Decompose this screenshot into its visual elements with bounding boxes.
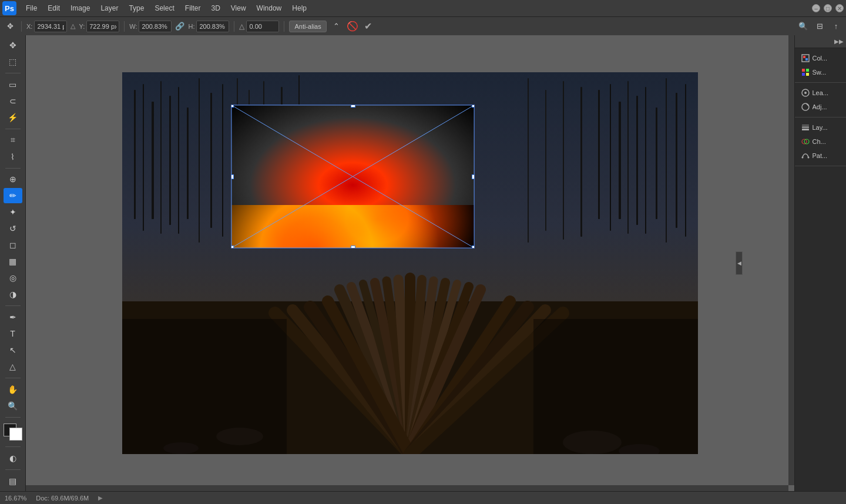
link-wh-icon[interactable]: 🔗 xyxy=(175,22,184,31)
delta-x-icon: △ xyxy=(70,22,75,30)
close-button[interactable]: ✕ xyxy=(835,4,844,12)
panel-colors[interactable]: Col... xyxy=(797,52,844,65)
handle-bot-right[interactable] xyxy=(472,246,475,248)
status-arrow[interactable]: ▶ xyxy=(98,495,103,501)
options-separator-1 xyxy=(21,21,22,32)
cancel-transform-button[interactable]: 🚫 xyxy=(347,21,358,32)
menu-help[interactable]: Help xyxy=(287,2,311,14)
tool-blur[interactable]: ◎ xyxy=(4,270,22,285)
x-input[interactable] xyxy=(34,21,67,32)
search-icon[interactable]: 🔍 xyxy=(797,20,810,33)
handle-bot-left[interactable] xyxy=(231,246,234,248)
doc-size: Doc: 69.6M/69.6M xyxy=(36,495,89,502)
expand-panel-button[interactable]: ▶▶ xyxy=(834,38,844,45)
tool-move[interactable]: ✥ xyxy=(4,38,22,53)
panel-channels[interactable]: Ch... xyxy=(797,135,844,148)
tool-path-select[interactable]: ↖ xyxy=(4,342,22,358)
panel-swatches[interactable]: Sw... xyxy=(797,66,844,79)
y-label: Y: xyxy=(79,23,85,30)
y-input[interactable] xyxy=(86,21,119,32)
tool-eraser[interactable]: ◻ xyxy=(4,237,22,253)
maximize-button[interactable]: □ xyxy=(824,4,832,12)
toolbar-sep-2 xyxy=(5,129,21,129)
menu-file[interactable]: File xyxy=(21,2,42,14)
fg-bg-colors[interactable] xyxy=(4,424,22,441)
menu-image[interactable]: Image xyxy=(66,2,95,14)
tool-hand[interactable]: ✋ xyxy=(4,382,22,397)
handle-bot-center[interactable] xyxy=(351,246,355,248)
tool-crop[interactable]: ⌗ xyxy=(4,133,22,148)
tool-screen-mode[interactable]: ▤ xyxy=(4,473,22,489)
handle-top-center[interactable] xyxy=(351,105,355,107)
svg-rect-18 xyxy=(666,78,667,243)
handle-top-right[interactable] xyxy=(472,105,475,107)
panel-learn[interactable]: Lea... xyxy=(797,86,844,99)
handle-mid-right[interactable] xyxy=(472,174,475,179)
tool-artboard[interactable]: ⬚ xyxy=(4,54,22,69)
tool-lasso[interactable]: ⊂ xyxy=(4,93,22,109)
panel-layers[interactable]: Lay... xyxy=(797,121,844,134)
status-bar: 16.67% Doc: 69.6M/69.6M ▶ xyxy=(0,491,846,504)
svg-rect-28 xyxy=(563,81,564,240)
h-label: H: xyxy=(188,23,194,30)
background-color[interactable] xyxy=(9,428,22,441)
confirm-transform-button[interactable]: ✔ xyxy=(364,21,372,32)
svg-rect-11 xyxy=(598,90,600,219)
h-input[interactable] xyxy=(196,21,229,32)
workspace-icon[interactable]: ⊟ xyxy=(813,20,826,33)
svg-rect-27 xyxy=(545,90,546,231)
tool-pen[interactable]: ✒ xyxy=(4,310,22,325)
svg-rect-2 xyxy=(143,84,144,231)
tool-quick-mask[interactable]: ◐ xyxy=(4,451,22,466)
menu-type[interactable]: Type xyxy=(124,2,149,14)
options-separator-4 xyxy=(284,21,284,32)
svg-rect-7 xyxy=(187,107,189,219)
tool-zoom[interactable]: 🔍 xyxy=(4,398,22,414)
tool-history-brush[interactable]: ↺ xyxy=(4,221,22,236)
tool-dodge[interactable]: ◑ xyxy=(4,287,22,302)
svg-rect-12 xyxy=(610,84,611,231)
w-input[interactable] xyxy=(139,21,172,32)
menu-window[interactable]: Window xyxy=(252,2,287,14)
svg-rect-53 xyxy=(533,319,698,454)
handle-mid-left[interactable] xyxy=(231,174,234,179)
toolbar-sep-3 xyxy=(5,168,21,169)
menu-3d[interactable]: 3D xyxy=(206,2,224,14)
tool-healing[interactable]: ⊕ xyxy=(4,172,22,187)
share-icon[interactable]: ↑ xyxy=(830,20,842,33)
panel-paths[interactable]: Pat... xyxy=(797,149,844,162)
svg-point-55 xyxy=(563,431,622,454)
tool-brush[interactable]: ✏ xyxy=(4,188,22,203)
svg-rect-64 xyxy=(802,69,805,72)
tool-quick-select[interactable]: ⚡ xyxy=(4,110,22,125)
handle-top-left[interactable] xyxy=(231,105,234,107)
menu-view[interactable]: View xyxy=(226,2,251,14)
panel-group-middle: Lea... Adj... xyxy=(795,83,846,117)
collapse-panel-button[interactable]: ◀ xyxy=(736,251,743,275)
svg-rect-63 xyxy=(805,58,808,61)
tool-gradient[interactable]: ▦ xyxy=(4,254,22,269)
menu-edit[interactable]: Edit xyxy=(43,2,65,14)
angle-input[interactable] xyxy=(246,21,279,32)
tool-clone[interactable]: ✦ xyxy=(4,204,22,220)
tool-eyedropper[interactable]: ⌇ xyxy=(4,149,22,164)
window-controls: – □ ✕ xyxy=(812,4,844,12)
tool-type[interactable]: T xyxy=(4,326,22,341)
minimize-button[interactable]: – xyxy=(812,4,820,12)
paths-icon xyxy=(801,151,810,160)
adjustments-icon xyxy=(801,102,810,112)
tool-rect-select[interactable]: ▭ xyxy=(4,77,22,92)
menu-layer[interactable]: Layer xyxy=(96,2,123,14)
horizontal-scrollbar[interactable] xyxy=(26,485,788,491)
menu-filter[interactable]: Filter xyxy=(180,2,206,14)
anti-alias-button[interactable]: Anti-alias xyxy=(289,21,326,32)
tool-shape[interactable]: △ xyxy=(4,359,22,374)
learn-label: Lea... xyxy=(813,89,829,96)
vertical-scrollbar[interactable] xyxy=(788,35,794,485)
angle-field: △ xyxy=(239,21,279,32)
panel-adjustments[interactable]: Adj... xyxy=(797,100,844,113)
svg-rect-5 xyxy=(169,96,171,225)
warp-icon[interactable]: ⌃ xyxy=(330,20,343,33)
canvas-area[interactable]: pexels-alfomedeiros-12983243.jpg @ 16.7%… xyxy=(26,35,794,491)
menu-select[interactable]: Select xyxy=(150,2,179,14)
